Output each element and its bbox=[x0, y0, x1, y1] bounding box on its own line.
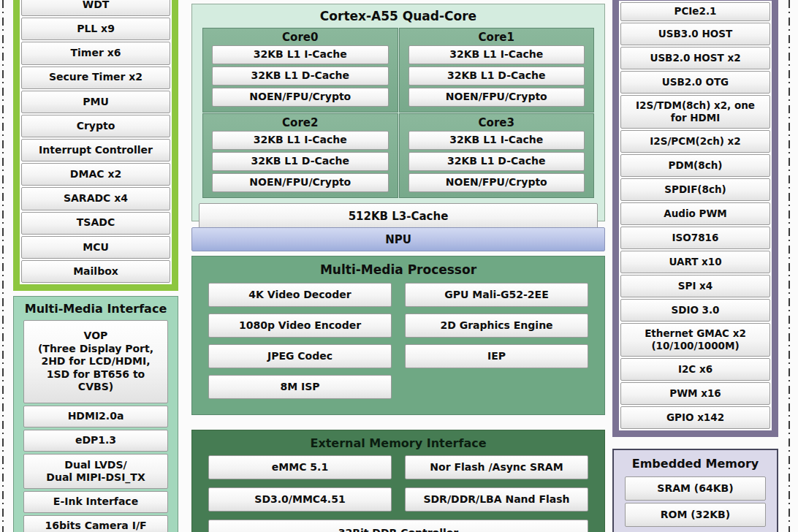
multimedia-interface-item: 16bits Camera I/F bbox=[23, 515, 168, 532]
l3-cache-item: 512KB L3-Cache bbox=[199, 203, 598, 229]
io-peripheral-item: ISO7816 bbox=[620, 227, 770, 249]
system-peripheral-item: WDT bbox=[21, 0, 170, 16]
ddr-controller-item: 32Bit DDR Controller bbox=[208, 520, 588, 532]
multimedia-processor-item: 1080p Video Encoder bbox=[208, 314, 392, 338]
io-peripheral-item: Audio PWM bbox=[620, 202, 770, 225]
embedded-memory-title: Embedded Memory bbox=[614, 450, 777, 476]
embedded-memory-box: Embedded Memory SRAM (64KB)ROM (32KB) bbox=[612, 449, 778, 532]
core0-box: Core0 32KB L1 I-Cache32KB L1 D-CacheNOEN… bbox=[202, 28, 398, 113]
multimedia-processor-title: Multi-Media Processor bbox=[192, 256, 604, 283]
multimedia-processor-columns: 4K Video Decoder1080p Video EncoderJPEG … bbox=[192, 283, 604, 399]
external-memory-item: SD3.0/MMC4.51 bbox=[208, 487, 392, 512]
multimedia-interface-title: Multi-Media Interface bbox=[14, 297, 178, 320]
core-cache-item: 32KB L1 D-Cache bbox=[212, 152, 389, 171]
multimedia-interface-item: HDMI2.0a bbox=[23, 406, 168, 428]
io-peripherals-box: PCIe2.1USB3.0 HOSTUSB2.0 HOST x2USB2.0 O… bbox=[612, 0, 778, 437]
multimedia-interface-item: Dual LVDS/ Dual MIPI-DSI_TX bbox=[23, 454, 168, 489]
core-cache-item: NOEN/FPU/Crypto bbox=[212, 88, 389, 107]
multimedia-interface-item: eDP1.3 bbox=[23, 430, 168, 452]
core1-title: Core1 bbox=[408, 28, 585, 45]
multimedia-processor-left-list: 4K Video Decoder1080p Video EncoderJPEG … bbox=[208, 283, 392, 399]
multimedia-processor-item: GPU Mali-G52-2EE bbox=[405, 283, 588, 307]
io-peripheral-item: USB2.0 OTG bbox=[620, 71, 770, 94]
system-peripheral-item: Secure Timer x2 bbox=[21, 66, 170, 89]
io-peripheral-item: PDM(8ch) bbox=[620, 154, 770, 177]
cpu-cluster-title: Cortex-A55 Quad-Core bbox=[192, 4, 604, 28]
embedded-memory-item: ROM (32KB) bbox=[625, 503, 766, 527]
io-peripheral-item: GPIO x142 bbox=[620, 406, 770, 429]
core2-title: Core2 bbox=[212, 114, 389, 131]
io-peripheral-item: Ethernet GMAC x2 (10/100/1000M) bbox=[620, 323, 770, 357]
system-peripheral-item: SARADC x4 bbox=[21, 187, 170, 210]
io-peripheral-item: USB2.0 HOST x2 bbox=[620, 47, 770, 69]
embedded-memory-item: SRAM (64KB) bbox=[625, 476, 766, 501]
multimedia-interface-box: Multi-Media Interface VOP (Three Display… bbox=[13, 296, 178, 532]
external-memory-interface-title: External Memory Interface bbox=[192, 430, 604, 455]
io-peripheral-item: I2S/PCM(2ch) x2 bbox=[620, 130, 770, 153]
system-peripheral-item: PLL x9 bbox=[21, 18, 170, 40]
multimedia-processor-item: JPEG Codec bbox=[208, 344, 392, 368]
core3-items: 32KB L1 I-Cache32KB L1 D-CacheNOEN/FPU/C… bbox=[408, 131, 585, 192]
core-cache-item: NOEN/FPU/Crypto bbox=[212, 173, 389, 192]
system-peripheral-item: DMAC x2 bbox=[21, 163, 170, 186]
core-cache-item: 32KB L1 I-Cache bbox=[212, 131, 389, 150]
system-peripheral-item: Crypto bbox=[21, 115, 170, 137]
system-peripheral-item: Interrupt Controller bbox=[21, 139, 170, 162]
multimedia-interface-item: VOP (Three Display Port, 2HD for LCD/HDM… bbox=[23, 320, 168, 403]
system-peripheral-item: TSADC bbox=[21, 212, 170, 235]
external-memory-item: eMMC 5.1 bbox=[208, 455, 392, 479]
core3-title: Core3 bbox=[408, 114, 585, 131]
embedded-memory-list: SRAM (64KB)ROM (32KB) bbox=[614, 476, 777, 527]
system-peripheral-item: Mailbox bbox=[21, 260, 170, 283]
io-peripheral-item: PCIe2.1 bbox=[620, 2, 770, 21]
io-peripheral-item: I2S/TDM(8ch) x2, one for HDMI bbox=[620, 95, 770, 129]
chip-outline-dashed-left bbox=[2, 0, 4, 532]
multimedia-processor-right-list: GPU Mali-G52-2EE2D Graphics EngineIEP bbox=[405, 283, 588, 399]
system-peripheral-item: PMU bbox=[21, 91, 170, 113]
io-peripheral-item: UART x10 bbox=[620, 251, 770, 273]
multimedia-processor-box: Multi-Media Processor 4K Video Decoder10… bbox=[191, 256, 605, 415]
io-peripheral-item: I2C x6 bbox=[620, 358, 770, 381]
core-cache-item: 32KB L1 I-Cache bbox=[408, 45, 585, 64]
npu-box: NPU bbox=[191, 227, 605, 251]
core-cache-item: NOEN/FPU/Crypto bbox=[408, 88, 585, 107]
multimedia-processor-item: 2D Graphics Engine bbox=[405, 314, 588, 338]
core-cache-item: 32KB L1 D-Cache bbox=[408, 152, 585, 171]
core1-items: 32KB L1 I-Cache32KB L1 D-CacheNOEN/FPU/C… bbox=[408, 45, 585, 107]
external-memory-grid: eMMC 5.1Nor Flash /Async SRAMSD3.0/MMC4.… bbox=[192, 455, 604, 512]
soc-block-diagram: WDTPLL x9Timer x6Secure Timer x2PMUCrypt… bbox=[0, 0, 798, 532]
io-peripheral-item: SDIO 3.0 bbox=[620, 299, 770, 322]
io-peripheral-item: SPI x4 bbox=[620, 275, 770, 297]
external-memory-item: Nor Flash /Async SRAM bbox=[405, 455, 588, 479]
chip-outline-dashed-right bbox=[788, 0, 790, 532]
multimedia-processor-item: 4K Video Decoder bbox=[208, 283, 392, 307]
core-grid: Core0 32KB L1 I-Cache32KB L1 D-CacheNOEN… bbox=[202, 28, 594, 198]
core1-box: Core1 32KB L1 I-Cache32KB L1 D-CacheNOEN… bbox=[399, 28, 595, 113]
system-peripheral-item: Timer x6 bbox=[21, 42, 170, 64]
system-peripheral-item: MCU bbox=[21, 236, 170, 259]
multimedia-processor-item: 8M ISP bbox=[208, 375, 392, 399]
core-cache-item: 32KB L1 D-Cache bbox=[212, 66, 389, 86]
io-peripheral-item: USB3.0 HOST bbox=[620, 23, 770, 45]
core-cache-item: 32KB L1 I-Cache bbox=[408, 131, 585, 150]
core-cache-item: NOEN/FPU/Crypto bbox=[408, 173, 585, 192]
core0-title: Core0 bbox=[212, 28, 389, 45]
core2-items: 32KB L1 I-Cache32KB L1 D-CacheNOEN/FPU/C… bbox=[212, 131, 389, 192]
multimedia-processor-item: IEP bbox=[405, 344, 588, 368]
core-cache-item: 32KB L1 I-Cache bbox=[212, 45, 389, 64]
system-peripherals-box: WDTPLL x9Timer x6Secure Timer x2PMUCrypt… bbox=[13, 0, 178, 291]
core0-items: 32KB L1 I-Cache32KB L1 D-CacheNOEN/FPU/C… bbox=[212, 45, 389, 107]
external-memory-interface-box: External Memory Interface eMMC 5.1Nor Fl… bbox=[191, 430, 605, 532]
core-cache-item: 32KB L1 D-Cache bbox=[408, 66, 585, 86]
external-memory-item: SDR/DDR/LBA Nand Flash bbox=[405, 487, 588, 512]
io-peripheral-item: PWM x16 bbox=[620, 382, 770, 405]
cpu-cluster-box: Cortex-A55 Quad-Core Core0 32KB L1 I-Cac… bbox=[191, 4, 605, 221]
multimedia-interface-item: E-Ink Interface bbox=[23, 491, 168, 513]
multimedia-interface-list: VOP (Three Display Port, 2HD for LCD/HDM… bbox=[14, 320, 178, 532]
io-peripheral-item: SPDIF(8ch) bbox=[620, 178, 770, 201]
core3-box: Core3 32KB L1 I-Cache32KB L1 D-CacheNOEN… bbox=[399, 113, 595, 198]
core2-box: Core2 32KB L1 I-Cache32KB L1 D-CacheNOEN… bbox=[202, 113, 398, 198]
